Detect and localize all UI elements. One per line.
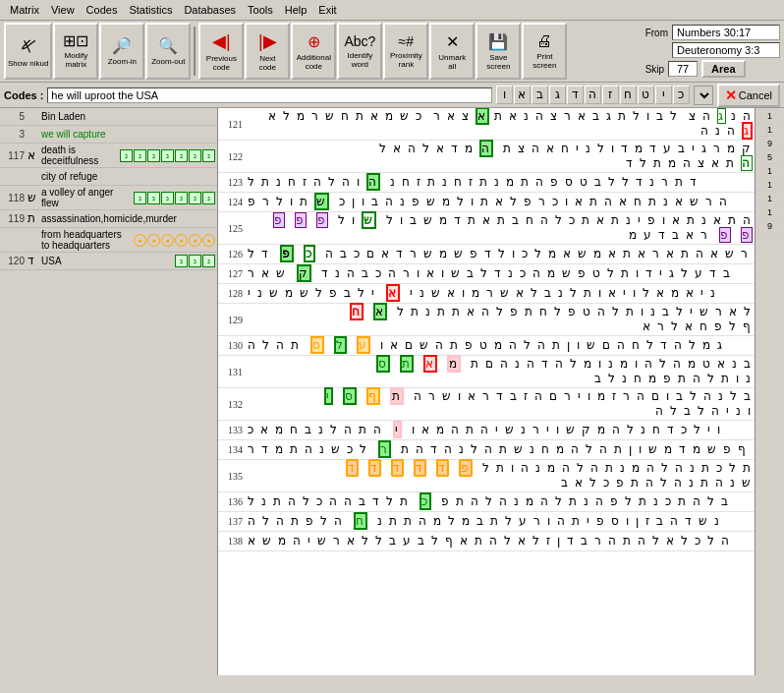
row-num-128: 128 (218, 288, 246, 299)
code-num-119: 119 (2, 213, 28, 224)
row-num-135: 135 (218, 471, 246, 482)
row-content-125: ה ת א נ ת א ו פ י נ ת א ת כ ל ה ח ב ת א … (246, 212, 755, 244)
code-num-1: 5 (2, 111, 28, 122)
heb-btn-chet[interactable]: ח (620, 86, 637, 104)
table-row: 125 ה ת א נ ת א ו פ י נ ת א ת כ ל ה ח ב … (218, 212, 755, 245)
code-text-hq: from headquarters to headquarters (41, 229, 132, 251)
code-num-117: 117 (2, 150, 28, 161)
code-symbols-usa: נ נ נ (175, 255, 215, 267)
skip-value[interactable]: 77 (668, 61, 698, 77)
menu-statistics[interactable]: Statistics (123, 2, 178, 18)
row-num-136: 136 (218, 496, 246, 507)
row-content-137: נ ש ד ה ב ז ן ו ס פ י ת ה ו ר ע ל ת ב מ … (246, 513, 723, 530)
menu-databases[interactable]: Databases (178, 2, 242, 18)
from-field-1[interactable]: Numbers 30:17 (672, 25, 780, 40)
row-num-122: 122 (218, 151, 246, 162)
rcol-num-2: 1 (756, 124, 784, 137)
unmark-all-button[interactable]: ✕ Unmarkall (429, 23, 475, 80)
show-nikud-label: Show nikud (8, 59, 48, 68)
row-content-127: ב ד ע ל ג י ד ו ת ל ט פ ש מ ה כ נ ד ל ב … (246, 265, 734, 282)
heb-btn-he[interactable]: ה (585, 86, 601, 104)
row-content-121: ה נ ג ה צ ל ב ו ל ת ג ב א ר צ ה נ א ת א … (246, 108, 755, 140)
menu-view[interactable]: View (45, 2, 81, 18)
table-row: 132 ב ל נ ה ל ב ו ם ה ר ז מ ו י ר ם ה ז … (218, 388, 755, 421)
row-content-132: ב ל נ ה ל ב ו ם ה ר ז מ ו י ר ם ה ז ב ד … (246, 388, 755, 420)
heb-btn-alef[interactable]: א (514, 86, 531, 104)
row-num-134: 134 (218, 444, 246, 455)
menu-codes[interactable]: Codes (81, 2, 124, 18)
heb-btn-yod[interactable]: י (655, 86, 672, 104)
rcol-num-4: 5 (756, 151, 784, 164)
modify-matrix-button[interactable]: ⊞⊡ Modifymatrix (53, 23, 98, 80)
table-row: 134 ף פ ש מ ד מ ש ו ן ת ה ל ה מ ח נ ש ת … (218, 440, 755, 460)
row-num-125: 125 (218, 223, 246, 234)
menu-matrix[interactable]: Matrix (4, 2, 45, 18)
modify-matrix-label: Modifymatrix (65, 51, 88, 69)
table-row: 133 ו י ל כ ד ח נ ל ה מ ק ש ו י ר נ ש י … (218, 421, 755, 440)
row-num-127: 127 (218, 268, 246, 279)
row-content-138: ה ל כ ל א ל ה ת ה ר ב ד ן ז ל א ל ה ת א … (246, 533, 733, 549)
identify-word-label: Identifyword (347, 51, 372, 69)
grid-container: 121 ה נ ג ה צ ל ב ו ל ת ג ב א ר צ ה נ א … (218, 108, 755, 551)
toolbar: 𐤀 Show nikud ⊞⊡ Modifymatrix 🔎 Zoom-in 🔍… (0, 21, 784, 83)
previous-code-button[interactable]: ◀| Previouscode (198, 23, 244, 80)
next-code-label: Nextcode (259, 54, 276, 72)
code-symbols-118: נ נ נ נ נ נ (134, 192, 215, 204)
row-num-137: 137 (218, 516, 246, 527)
table-row: 126 ר ש א ה ת א ר א ת א מ ש א מ ל כ ו ל … (218, 245, 755, 264)
table-row: 123 ד ת ר נ ד ל ל ב ט ס פ ה ת מ נ ת ז ח … (218, 173, 755, 193)
heb-btn-gimel[interactable]: ג (549, 86, 566, 104)
menu-tools[interactable]: Tools (242, 2, 279, 18)
row-content-122: ק מ ר ג י ב ע ד מ ד ו ל נ י ח א ה צ ת ה … (246, 141, 755, 172)
heb-btn-bet[interactable]: ב (532, 86, 548, 104)
row-content-124: ה ר ש א נ ת ח א ה ת א ו כ ר פ ל א ת ו ל … (246, 194, 731, 210)
menu-bar: Matrix View Codes Statistics Databases T… (0, 0, 784, 21)
codes-input[interactable] (47, 87, 491, 103)
hebrew-dropdown[interactable]: ▼ (694, 86, 713, 105)
rcol-num-6: 1 (756, 179, 784, 192)
row-content-133: ו י ל כ ד ח נ ל ה מ ק ש ו י ר נ ש י ה ת … (246, 422, 724, 438)
cancel-x-icon: ✕ (725, 87, 737, 103)
save-screen-button[interactable]: 💾 Savescreen (476, 23, 521, 80)
table-row: 121 ה נ ג ה צ ל ב ו ל ת ג ב א ר צ ה נ א … (218, 108, 755, 141)
code-text-119: assassination,homicide,murder (41, 213, 215, 224)
heb-btn-vav[interactable]: ו (496, 86, 513, 104)
from-field-2[interactable]: Deuteronomy 3:3 (672, 42, 780, 58)
area-button[interactable]: Area (701, 60, 745, 78)
additional-code-button[interactable]: ⊕ Additionalcode (291, 23, 336, 80)
row-num-124: 124 (218, 197, 246, 207)
cancel-label: Cancel (739, 89, 772, 101)
heb-btn-kaf[interactable]: כ (673, 86, 690, 104)
table-row: 138 ה ל כ ל א ל ה ת ה ר ב ד ן ז ל א ל ה … (218, 532, 755, 551)
zoom-in-button[interactable]: 🔎 Zoom-in (99, 23, 144, 80)
row-num-129: 129 (218, 315, 246, 325)
row-num-130: 130 (218, 340, 246, 351)
heb-btn-zayin[interactable]: ז (602, 86, 619, 104)
table-row: 127 ב ד ע ל ג י ד ו ת ל ט פ ש מ ה כ נ ד … (218, 264, 755, 284)
row-content-126: ר ש א ה ת א ר א ת א מ ש א מ ל כ ו ל ד פ … (246, 246, 752, 262)
row-num-133: 133 (218, 425, 246, 435)
code-text-118: a volley of anger flew (41, 187, 132, 208)
code-row-117: 117 א death is deceitfulness נ נ נ נ נ נ… (0, 144, 217, 168)
unmark-all-label: Unmarkall (438, 53, 466, 71)
heb-btn-tet[interactable]: ט (638, 86, 654, 104)
menu-help[interactable]: Help (279, 2, 313, 18)
show-nikud-button[interactable]: 𐤀 Show nikud (4, 23, 52, 80)
next-code-button[interactable]: |▶ Nextcode (245, 23, 290, 80)
code-row-118: 118 ש a volley of anger flew נ נ נ נ נ נ (0, 186, 217, 210)
proximity-rank-button[interactable]: ≈# Proximityrank (383, 23, 428, 80)
table-row: 129 ל א ר ש י ל ב נ ו ת ל ה ט פ ל ח ת פ … (218, 304, 755, 336)
skip-label: Skip (645, 64, 664, 75)
code-num-120: 120 (2, 256, 28, 266)
identify-word-button[interactable]: Abc? Identifyword (337, 23, 382, 80)
menu-exit[interactable]: Exit (312, 2, 342, 18)
row-content-123: ד ת ר נ ד ל ל ב ט ס פ ה ת מ נ ת ז ח נ ת … (246, 174, 700, 191)
codes-bar: Codes : ו א ב ג ד ה ז ח ט י כ ▼ ✕ Cancel (0, 83, 784, 108)
cancel-button[interactable]: ✕ Cancel (717, 84, 780, 107)
print-screen-button[interactable]: 🖨 Printscreen (522, 23, 567, 80)
row-num-131: 131 (218, 367, 246, 377)
zoom-out-button[interactable]: 🔍 Zoom-out (145, 23, 191, 80)
row-content-131: ב נ א ט מ ה ל ה ו מ נ ו מ ל ה ד ה נ ה ם … (246, 356, 755, 387)
heb-btn-dalet[interactable]: ד (567, 86, 584, 104)
zoom-in-label: Zoom-in (108, 57, 137, 66)
